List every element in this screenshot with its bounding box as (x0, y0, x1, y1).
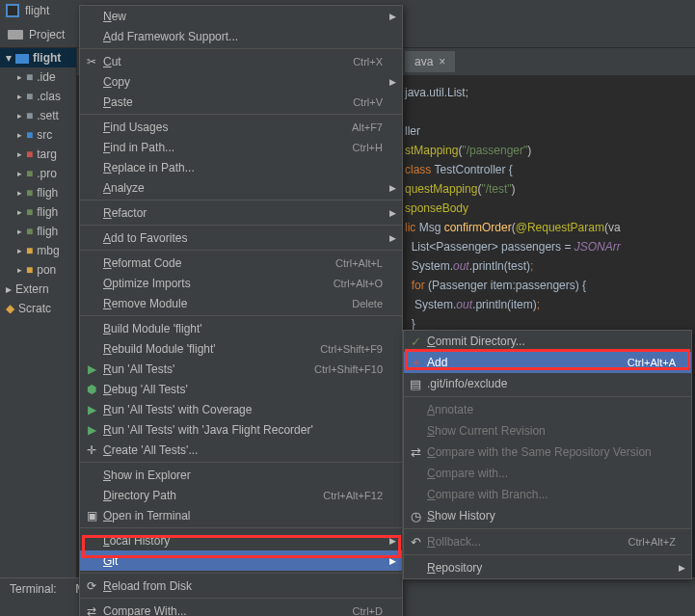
submenu-item[interactable]: Show Current Revision (404, 420, 691, 442)
submenu-item[interactable]: ↶Rollback...Ctrl+Alt+Z (404, 531, 691, 552)
menu-item[interactable]: Rebuild Module 'flight'Ctrl+Shift+F9 (80, 338, 402, 359)
menu-item[interactable]: PasteCtrl+V (80, 92, 402, 112)
menu-item[interactable]: ⟳Reload from Disk (80, 576, 402, 596)
window-title: flight (25, 4, 49, 17)
menu-item[interactable]: New▶ (80, 6, 402, 26)
menu-item[interactable]: Git▶ (80, 550, 402, 571)
menu-item[interactable]: Find UsagesAlt+F7 (80, 117, 402, 137)
root-label: flight (33, 51, 61, 65)
menu-item[interactable]: ▶Run 'All Tests'Ctrl+Shift+F10 (80, 359, 402, 379)
tree-external[interactable]: ▸ Extern (0, 280, 76, 299)
tree-item[interactable]: ▸ ■ .pro (0, 164, 76, 183)
menu-item[interactable]: Replace in Path... (80, 157, 402, 177)
editor-tab[interactable]: ava × (405, 51, 455, 72)
menu-item[interactable]: Add to Favorites▶ (80, 228, 402, 248)
context-menu[interactable]: New▶Add Framework Support...✂CutCtrl+XCo… (79, 5, 403, 616)
chevron-down-icon: ▾ (6, 51, 12, 65)
tree-item[interactable]: ▸ ■ mbg (0, 241, 76, 260)
menu-item[interactable]: Local History▶ (80, 530, 402, 550)
menu-item[interactable]: ⇄Compare With...Ctrl+D (80, 601, 402, 616)
tree-root[interactable]: ▾ flight (0, 48, 76, 67)
submenu-item[interactable]: Compare with Branch... (404, 484, 691, 505)
submenu-item[interactable]: ⇄Compare with the Same Repository Versio… (404, 442, 691, 463)
submenu-item[interactable]: ◷Show History (404, 505, 691, 526)
close-icon[interactable]: × (439, 55, 445, 68)
menu-item[interactable]: ✛Create 'All Tests'... (80, 440, 402, 460)
submenu-item[interactable]: Annotate (404, 399, 691, 420)
project-tool-icon[interactable] (8, 28, 23, 41)
menu-item[interactable]: ✂CutCtrl+X (80, 51, 402, 71)
folder-icon (15, 52, 29, 64)
menu-item[interactable]: ▶Run 'All Tests' with Coverage (80, 399, 402, 419)
project-tree[interactable]: ▾ flight ▸ ■ .ide▸ ■ .clas▸ ■ .sett▸ ■ s… (0, 48, 77, 577)
menu-item[interactable]: ▣Open in Terminal (80, 505, 402, 525)
git-submenu[interactable]: ✓Commit Directory...＋AddCtrl+Alt+A▤.git/… (403, 330, 692, 579)
menu-item[interactable]: Copy▶ (80, 71, 402, 92)
submenu-item[interactable]: ✓Commit Directory... (404, 331, 691, 352)
project-icon (6, 4, 19, 17)
menu-item[interactable]: Directory PathCtrl+Alt+F12 (80, 485, 402, 505)
menu-item[interactable]: Show in Explorer (80, 465, 402, 485)
tree-item[interactable]: ▸ ■ fligh (0, 183, 76, 202)
svg-rect-3 (15, 54, 29, 64)
submenu-item[interactable]: Compare with... (404, 463, 691, 484)
menu-item[interactable]: Analyze▶ (80, 177, 402, 198)
submenu-item[interactable]: ▤.git/info/exclude (404, 373, 691, 394)
submenu-item[interactable]: ＋AddCtrl+Alt+A (404, 352, 691, 373)
tree-item[interactable]: ▸ ■ .sett (0, 106, 76, 125)
menu-item[interactable]: ▶Run 'All Tests' with 'Java Flight Recor… (80, 419, 402, 440)
project-label[interactable]: Project (29, 28, 65, 41)
tree-item[interactable]: ▸ ■ .ide (0, 67, 76, 87)
menu-item[interactable]: Remove ModuleDelete (80, 293, 402, 313)
svg-rect-2 (8, 30, 23, 40)
scratches-icon: ◆ (6, 302, 14, 315)
submenu-item[interactable]: Repository▶ (404, 557, 691, 578)
menu-item[interactable]: Refactor▶ (80, 202, 402, 223)
tree-scratches[interactable]: ◆ Scratc (0, 299, 76, 318)
tree-item[interactable]: ▸ ■ src (0, 125, 76, 145)
tree-item[interactable]: ▸ ■ .clas (0, 87, 76, 106)
menu-item[interactable]: ⬢Debug 'All Tests' (80, 379, 402, 399)
terminal-tab[interactable]: Terminal: (0, 578, 67, 616)
menu-item[interactable]: Build Module 'flight' (80, 318, 402, 338)
tree-item[interactable]: ▸ ■ fligh (0, 222, 76, 241)
menu-item[interactable]: Reformat CodeCtrl+Alt+L (80, 253, 402, 273)
menu-item[interactable]: Add Framework Support... (80, 26, 402, 46)
menu-item[interactable]: Find in Path...Ctrl+H (80, 137, 402, 157)
tree-item[interactable]: ▸ ■ targ (0, 145, 76, 164)
tree-item[interactable]: ▸ ■ pon (0, 260, 76, 280)
tab-label: ava (414, 55, 433, 68)
menu-item[interactable]: Optimize ImportsCtrl+Alt+O (80, 273, 402, 293)
tree-item[interactable]: ▸ ■ fligh (0, 202, 76, 222)
svg-rect-1 (8, 6, 17, 15)
